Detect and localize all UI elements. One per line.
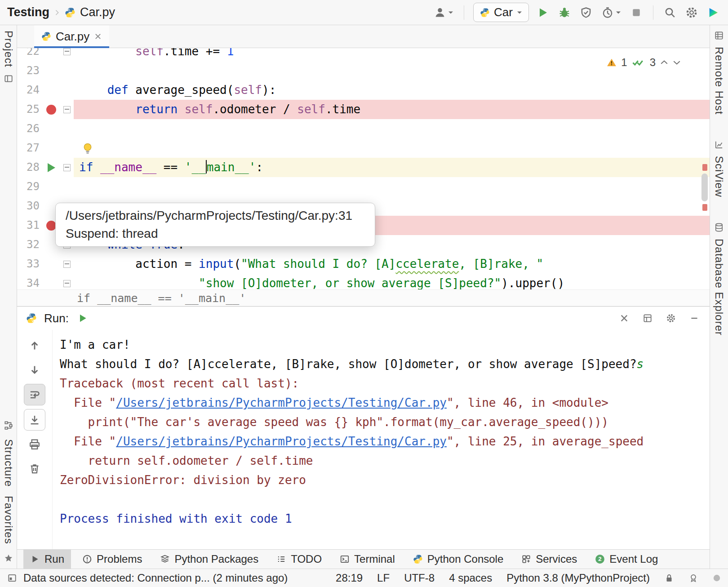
inspections-profile-icon[interactable]: [688, 573, 698, 583]
line-number[interactable]: 28: [17, 158, 42, 177]
stop-button[interactable]: [629, 5, 644, 20]
fold-cell: [60, 119, 74, 138]
intention-bulb-icon[interactable]: [82, 142, 93, 156]
scrollbar-thumb[interactable]: [701, 173, 708, 201]
progress-indicator-icon: [713, 574, 721, 582]
stop-console-button[interactable]: [97, 317, 99, 320]
line-number[interactable]: 30: [17, 196, 42, 216]
coverage-button[interactable]: [578, 5, 594, 20]
breakpoint-icon[interactable]: [46, 105, 56, 115]
tool-tab-python-console[interactable]: Python Console: [406, 550, 510, 569]
inspection-widget[interactable]: 1 3: [607, 56, 681, 69]
line-number[interactable]: 31: [17, 216, 42, 235]
debug-button[interactable]: [557, 5, 572, 20]
code-text[interactable]: "show [O]dometer, or show average [S]pee…: [74, 274, 710, 289]
tool-window-switcher-icon[interactable]: [7, 573, 17, 583]
clear-icon[interactable]: [24, 458, 45, 479]
stacktrace-link[interactable]: /Users/jetbrains/PycharmProjects/Testing…: [116, 435, 447, 448]
stripe-item-project[interactable]: Project: [2, 31, 15, 84]
hide-panel-button[interactable]: [688, 312, 701, 325]
line-number[interactable]: 22: [17, 48, 42, 61]
tool-tab-todo[interactable]: TODO: [270, 550, 328, 569]
soft-wrap-icon[interactable]: [24, 384, 45, 405]
run-config-selector[interactable]: Car: [473, 3, 529, 22]
prev-problem-icon[interactable]: [660, 58, 668, 67]
python-interpreter[interactable]: Python 3.8 (MyPythonProject): [506, 572, 650, 584]
print-icon[interactable]: [24, 434, 45, 455]
code-text[interactable]: [74, 119, 710, 138]
breakpoint-icon[interactable]: [46, 221, 56, 231]
run-line-icon[interactable]: [48, 163, 55, 172]
next-problem-icon[interactable]: [673, 58, 681, 67]
settings-button[interactable]: [684, 5, 699, 20]
close-tab-icon[interactable]: [94, 32, 102, 40]
error-stripe-mark[interactable]: [702, 204, 707, 211]
user-menu-button[interactable]: [432, 5, 455, 20]
line-number[interactable]: 23: [17, 61, 42, 80]
tool-tab-python-packages[interactable]: Python Packages: [153, 550, 265, 569]
gear-icon: [685, 6, 698, 19]
stripe-item-remote-host[interactable]: Remote Host: [713, 31, 725, 115]
line-number[interactable]: 33: [17, 254, 42, 274]
line-number[interactable]: 25: [17, 100, 42, 119]
tool-tab-event-log[interactable]: 2Event Log: [588, 550, 665, 569]
error-stripe-mark[interactable]: [702, 164, 707, 171]
code-text[interactable]: [74, 177, 710, 196]
caret-position[interactable]: 28:19: [336, 572, 363, 584]
status-message[interactable]: Data sources detected: Connection p... (…: [23, 572, 288, 584]
stripe-item-structure[interactable]: Structure: [2, 439, 15, 487]
tool-tab-problems[interactable]: Problems: [75, 550, 149, 569]
line-number[interactable]: 32: [17, 235, 42, 254]
panel-settings-button[interactable]: [665, 312, 677, 325]
tool-tab-terminal[interactable]: Terminal: [333, 550, 402, 569]
code-text[interactable]: return self.odometer / self.time: [74, 100, 710, 119]
breadcrumb-project[interactable]: Testing: [7, 5, 49, 19]
line-number[interactable]: 27: [17, 138, 42, 158]
run-button[interactable]: [535, 5, 550, 20]
jump-to-next-icon[interactable]: [24, 360, 45, 380]
line-number[interactable]: 29: [17, 177, 42, 196]
database-icon: [714, 222, 724, 232]
file-encoding[interactable]: UTF-8: [404, 572, 435, 584]
stacktrace-link[interactable]: /Users/jetbrains/PycharmProjects/Testing…: [116, 396, 447, 409]
code-text[interactable]: action = input("What should I do? [A]cce…: [74, 254, 710, 274]
code-text[interactable]: [74, 138, 710, 158]
fold-icon[interactable]: [63, 164, 71, 171]
fold-icon[interactable]: [63, 261, 71, 268]
profiler-button[interactable]: [600, 5, 622, 20]
code-text[interactable]: def average_speed(self):: [74, 80, 710, 100]
scroll-to-end-icon[interactable]: [24, 409, 45, 431]
line-number[interactable]: 34: [17, 274, 42, 289]
editor-line-26: 26: [17, 119, 710, 138]
ide-logo-button[interactable]: [706, 5, 721, 20]
editor-tab-carpy[interactable]: Car.py: [34, 25, 109, 48]
editor-line-25: 25 return self.odometer / self.time: [17, 100, 710, 119]
indent-style[interactable]: 4 spaces: [449, 572, 492, 584]
editor[interactable]: 22 self.time += 12324 def average_speed(…: [17, 48, 710, 289]
breadcrumb-file[interactable]: Car.py: [80, 5, 115, 19]
fold-icon[interactable]: [63, 106, 71, 113]
code-context-breadcrumb[interactable]: if __name__ == '__main__': [77, 292, 246, 305]
stripe-item-sciview[interactable]: SciView: [713, 140, 725, 197]
line-number[interactable]: 26: [17, 119, 42, 138]
restore-layout-button[interactable]: [641, 312, 654, 325]
fold-icon[interactable]: [63, 48, 71, 55]
close-panel-button[interactable]: [618, 312, 630, 325]
lock-icon[interactable]: [664, 573, 674, 583]
tool-tab-run[interactable]: Run: [23, 550, 71, 569]
tool-tab-services[interactable]: Services: [515, 550, 584, 569]
jump-to-previous-icon[interactable]: [24, 335, 45, 356]
stripe-item-favorites[interactable]: Favorites: [2, 496, 15, 544]
stripe-item-database-explorer[interactable]: Database Explorer: [713, 222, 725, 336]
services-icon: [521, 554, 531, 564]
gutter-icon-cell: [42, 80, 60, 100]
gutter-icon-cell: [42, 100, 60, 119]
fold-icon[interactable]: [63, 280, 71, 287]
code-text[interactable]: if __name__ == '__main__':: [74, 158, 710, 177]
search-everywhere-button[interactable]: [662, 5, 678, 20]
rerun-button[interactable]: [76, 311, 89, 325]
gutter-icon-cell: [42, 119, 60, 138]
line-separator[interactable]: LF: [377, 572, 390, 584]
line-number[interactable]: 24: [17, 80, 42, 100]
editor-scrollbar[interactable]: [701, 164, 708, 211]
